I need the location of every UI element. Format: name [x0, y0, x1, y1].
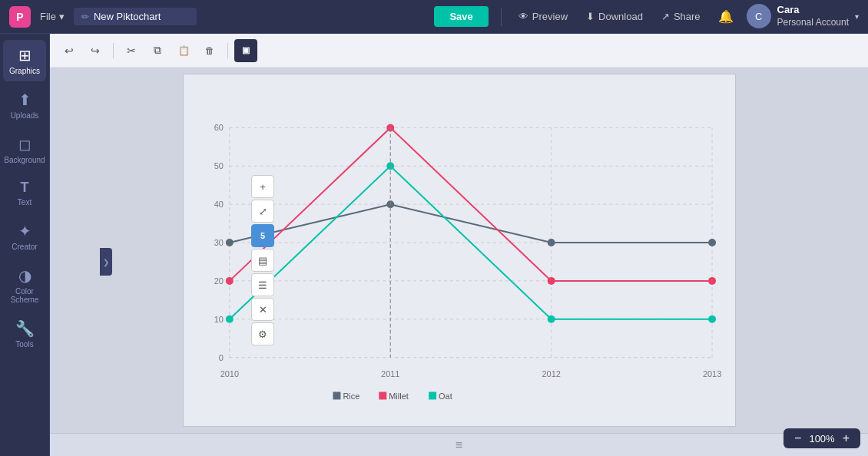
share-button[interactable]: ↗ Share — [657, 8, 705, 25]
cut-button[interactable]: ✂ — [120, 39, 143, 62]
sidebar-item-graphics[interactable]: ⊞ Graphics — [3, 40, 46, 81]
sidebar: ⊞ Graphics ⬆ Uploads ◻ Background T Text… — [0, 34, 50, 456]
canvas-left-tools: + ⤢ 5 ▤ ☰ ✕ ⚙ — [251, 175, 274, 345]
paste-button[interactable]: 📋 — [172, 39, 195, 62]
edit-icon: ✏ — [81, 12, 89, 22]
layer-number-button[interactable]: 5 — [251, 224, 274, 247]
sidebar-item-background[interactable]: ◻ Background — [3, 129, 46, 170]
millet-point-3 — [708, 277, 716, 285]
sidebar-item-creator[interactable]: ✦ Creator — [3, 216, 46, 257]
download-icon: ⬇ — [586, 11, 595, 22]
color-scheme-icon: ◑ — [18, 266, 31, 285]
download-button[interactable]: ⬇ Download — [581, 8, 648, 25]
toolbar-separator — [113, 43, 114, 58]
svg-text:2013: 2013 — [702, 369, 721, 378]
redo-button[interactable]: ↪ — [84, 39, 107, 62]
rice-point-0 — [225, 239, 233, 246]
creator-icon: ✦ — [18, 222, 31, 240]
rice-point-3 — [708, 239, 716, 246]
zoom-out-button[interactable]: − — [791, 431, 804, 445]
x-axis-labels: 2010 2011 2012 2013 — [220, 369, 721, 378]
sidebar-item-label: Tools — [15, 340, 33, 349]
rice-line — [229, 204, 711, 243]
chevron-down-icon: ▾ — [855, 12, 859, 21]
svg-text:10: 10 — [214, 315, 223, 324]
handle-icon: ≡ — [456, 438, 462, 452]
y-axis-labels: 0 10 20 30 40 50 60 — [214, 123, 223, 362]
svg-text:20: 20 — [214, 276, 223, 286]
svg-text:30: 30 — [214, 238, 223, 247]
sidebar-item-color-scheme[interactable]: ◑ Color Scheme — [3, 260, 46, 310]
svg-text:2010: 2010 — [220, 369, 238, 378]
svg-text:2011: 2011 — [381, 369, 399, 378]
chart-legend: Rice Millet Oat — [333, 392, 452, 401]
oat-point-2 — [547, 316, 555, 323]
separator — [501, 8, 502, 26]
save-button[interactable]: Save — [434, 6, 488, 27]
canvas-wrapper: + ⤢ 5 ▤ ☰ ✕ ⚙ ❯ — [50, 68, 868, 456]
canvas-container[interactable]: 0 10 20 30 40 50 60 2010 2011 2012 — [50, 68, 868, 433]
zoom-controls: − 100% + — [784, 428, 860, 448]
user-menu[interactable]: C Cara Personal Account ▾ — [747, 4, 859, 28]
graphics-icon: ⊞ — [18, 46, 31, 64]
canvas-bottom-bar: ≡ — [50, 433, 868, 456]
svg-text:40: 40 — [214, 200, 223, 209]
toolbar-separator-2 — [227, 43, 228, 58]
add-element-button[interactable]: + — [251, 175, 274, 198]
sidebar-item-label: Uploads — [11, 111, 39, 120]
svg-text:Rice: Rice — [343, 392, 359, 401]
close-button[interactable]: ✕ — [251, 298, 274, 321]
text-icon: T — [21, 180, 29, 196]
main-area: ⊞ Graphics ⬆ Uploads ◻ Background T Text… — [0, 34, 868, 456]
svg-rect-24 — [379, 392, 386, 399]
oat-point-0 — [225, 316, 233, 323]
content-area: ↩ ↪ ✂ ⧉ 📋 🗑 ▣ + ⤢ 5 ▤ ☰ ✕ ⚙ ❯ — [50, 34, 868, 456]
millet-point-0 — [225, 277, 233, 285]
sidebar-item-label: Text — [18, 198, 31, 207]
user-name: Cara — [777, 4, 849, 17]
delete-button[interactable]: 🗑 — [198, 39, 221, 62]
svg-text:50: 50 — [214, 161, 223, 170]
eye-icon: 👁 — [518, 11, 528, 22]
notification-button[interactable]: 🔔 — [714, 5, 737, 28]
rice-point-2 — [547, 239, 555, 246]
svg-text:2012: 2012 — [542, 369, 560, 378]
uploads-icon: ⬆ — [18, 91, 31, 109]
align-button[interactable]: ☰ — [251, 273, 274, 296]
user-account: Personal Account — [777, 17, 849, 29]
sidebar-item-label: Background — [4, 156, 45, 164]
toolbar: ↩ ↪ ✂ ⧉ 📋 🗑 ▣ — [50, 34, 868, 68]
background-icon: ◻ — [18, 135, 31, 154]
table-button[interactable]: ▤ — [251, 249, 274, 272]
sidebar-item-text[interactable]: T Text — [3, 173, 46, 213]
sidebar-item-label: Color Scheme — [6, 287, 43, 304]
millet-line — [229, 127, 711, 280]
zoom-in-button[interactable]: + — [840, 431, 853, 445]
select-tool-button[interactable]: ▣ — [234, 39, 257, 62]
tools-icon: 🔧 — [15, 319, 35, 338]
svg-rect-22 — [333, 392, 340, 399]
svg-text:0: 0 — [218, 353, 223, 362]
svg-text:60: 60 — [214, 123, 223, 132]
resize-button[interactable]: ⤢ — [251, 200, 274, 223]
undo-button[interactable]: ↩ — [58, 39, 81, 62]
svg-text:Millet: Millet — [389, 392, 409, 401]
oat-point-3 — [708, 316, 716, 323]
millet-point-2 — [547, 277, 555, 285]
chevron-right-icon: ❯ — [103, 258, 109, 266]
svg-rect-26 — [429, 392, 436, 399]
avatar: C — [747, 4, 771, 28]
chart-title-input[interactable]: ✏ New Piktochart — [74, 8, 197, 25]
sidebar-collapse-button[interactable]: ❯ — [100, 248, 112, 276]
file-menu[interactable]: File ▾ — [40, 11, 65, 22]
svg-text:Oat: Oat — [439, 392, 452, 401]
app-logo[interactable]: P — [9, 6, 31, 28]
sidebar-item-label: Graphics — [9, 67, 40, 75]
sidebar-item-tools[interactable]: 🔧 Tools — [3, 313, 46, 355]
sidebar-item-uploads[interactable]: ⬆ Uploads — [3, 84, 46, 126]
preview-button[interactable]: 👁 Preview — [514, 8, 572, 25]
settings-button[interactable]: ⚙ — [251, 322, 274, 345]
zoom-level: 100% — [809, 433, 834, 444]
share-icon: ↗ — [661, 11, 670, 22]
copy-button[interactable]: ⧉ — [146, 39, 169, 62]
